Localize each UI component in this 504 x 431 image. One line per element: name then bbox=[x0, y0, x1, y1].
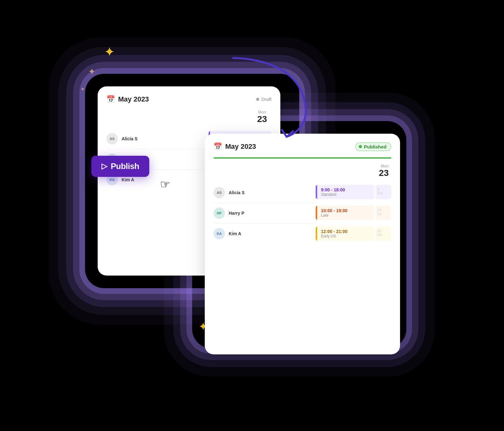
publish-button[interactable]: ▷ Publish bbox=[91, 156, 149, 177]
draft-status-badge: Draft bbox=[256, 96, 272, 102]
draft-status-label: Draft bbox=[261, 96, 272, 102]
shift-peek-kim: 12 Ea bbox=[375, 226, 391, 241]
peek-label: La bbox=[377, 212, 389, 216]
published-month-label: May 2023 bbox=[225, 143, 256, 151]
publish-label: Publish bbox=[111, 161, 139, 171]
employee-name-alicia-left: Alicia S bbox=[122, 136, 147, 141]
published-day-number: 23 bbox=[316, 168, 389, 178]
shift-peek-alicia: 9: Sta bbox=[375, 185, 391, 199]
calendar-icon-left: 📅 bbox=[106, 95, 115, 103]
published-employee-row-1: AS Alicia S bbox=[214, 183, 316, 203]
calendar-icon-right: 📅 bbox=[214, 143, 222, 151]
published-card: 📅 May 2023 Published AS Alicia S bbox=[205, 134, 400, 354]
shift-peek-harry: 10 La bbox=[375, 206, 391, 220]
published-day-header: Mon 23 bbox=[316, 164, 391, 178]
shift-time-kim-right: 12:00 - 21:00 bbox=[321, 229, 370, 234]
shift-info-harry-right: 10:00 - 19:00 Late bbox=[317, 206, 374, 220]
draft-month-label: May 2023 bbox=[118, 95, 149, 103]
draft-day-number: 23 bbox=[253, 114, 272, 124]
peek-time: 9: bbox=[377, 187, 389, 191]
draft-employee-row-1: AS Alicia S bbox=[106, 129, 209, 149]
avatar-initials: HP bbox=[217, 211, 221, 215]
draft-employees-section: AS Alicia S HP Harry P KA Kim A bbox=[106, 110, 209, 190]
peek-label: Ea bbox=[377, 233, 389, 236]
employee-name-kim-left: Kim A bbox=[122, 177, 147, 182]
shift-time-alicia-right: 9:00 - 18:00 bbox=[321, 187, 370, 192]
sparkle-icon-3: ✦ bbox=[80, 86, 85, 92]
sparkle-icon-1: ✦ bbox=[104, 45, 115, 59]
peek-time: 10 bbox=[377, 208, 389, 212]
published-day-column: Mon 23 9:00 - 18:00 Standard 9: Sta bbox=[316, 164, 391, 244]
published-status-badge: Published bbox=[355, 143, 391, 151]
peek-label: Sta bbox=[377, 191, 389, 195]
published-employee-row-2: HP Harry P bbox=[214, 203, 316, 224]
draft-card-header: 📅 May 2023 Draft bbox=[106, 95, 272, 103]
published-employees-section: AS Alicia S HP Harry P KA Kim A bbox=[214, 164, 316, 244]
shift-time-harry-right: 10:00 - 19:00 bbox=[321, 208, 370, 213]
draft-day-header: Mon 23 bbox=[253, 110, 272, 124]
published-card-header: 📅 May 2023 Published bbox=[214, 143, 391, 151]
draft-title-group: 📅 May 2023 bbox=[106, 95, 149, 103]
draft-day-name: Mon bbox=[253, 110, 272, 114]
avatar-alicia-right: AS bbox=[214, 187, 225, 198]
published-employee-row-3: KA Kim A bbox=[214, 224, 316, 244]
shift-label-harry-right: Late bbox=[321, 213, 370, 218]
employee-name-alicia-right: Alicia S bbox=[229, 190, 254, 195]
avatar-kim-right: KA bbox=[214, 228, 225, 239]
employee-name-harry-right: Harry P bbox=[229, 211, 254, 216]
published-status-label: Published bbox=[364, 144, 387, 149]
published-shift-2: 10:00 - 19:00 Late 10 La bbox=[316, 202, 391, 223]
publish-icon: ▷ bbox=[101, 162, 107, 171]
avatar-initials: AS bbox=[110, 137, 114, 141]
shift-info-kim-right: 12:00 - 21:00 Early US bbox=[317, 226, 374, 241]
employee-name-kim-right: Kim A bbox=[229, 231, 254, 236]
avatar-harry-right: HP bbox=[214, 207, 225, 219]
shift-info-alicia-right: 9:00 - 18:00 Standard bbox=[317, 185, 374, 199]
avatar-initials: AS bbox=[217, 191, 221, 195]
peek-time: 12 bbox=[377, 229, 389, 233]
avatar-initials: KA bbox=[110, 178, 115, 182]
sparkle-icon-2: ✦ bbox=[88, 67, 95, 76]
published-day-name: Mon bbox=[316, 164, 389, 168]
published-shift-3: 12:00 - 21:00 Early US 12 Ea bbox=[316, 223, 391, 244]
avatar-initials: KA bbox=[217, 232, 222, 236]
published-bar-decoration bbox=[214, 157, 391, 159]
avatar-alicia-left: AS bbox=[106, 133, 118, 144]
draft-dot bbox=[256, 98, 259, 101]
published-dot bbox=[359, 145, 362, 148]
published-shift-1: 9:00 - 18:00 Standard 9: Sta bbox=[316, 182, 391, 202]
shift-label-kim-right: Early US bbox=[321, 234, 370, 238]
shift-label-alicia-right: Standard bbox=[321, 192, 370, 197]
published-title-group: 📅 May 2023 bbox=[214, 143, 256, 151]
